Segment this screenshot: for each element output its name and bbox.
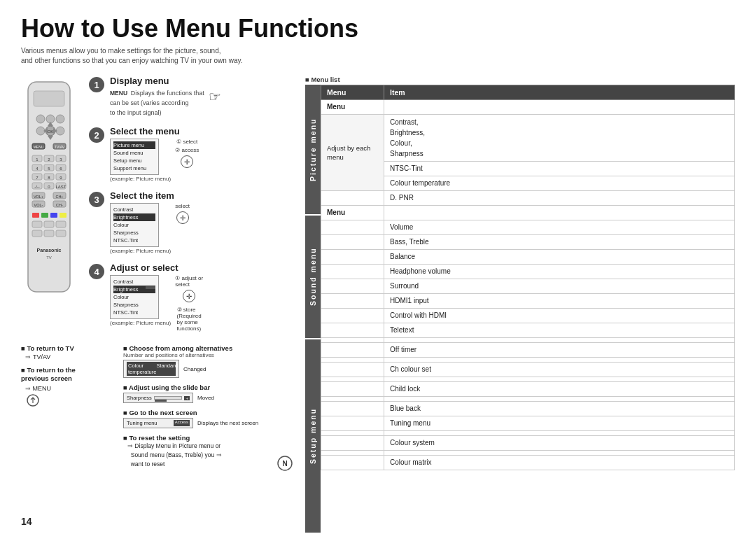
step-2-example: (example: Picture menu) — [110, 176, 171, 182]
table-row: Balance — [321, 250, 735, 265]
steps-list: 1 Display menu MENU Displays the functio… — [89, 76, 294, 340]
svg-text:N: N — [282, 460, 287, 468]
svg-text:TV/AV: TV/AV — [55, 145, 65, 149]
table-row: Child lock — [321, 382, 735, 397]
table-row — [321, 358, 735, 363]
step-4: 4 Adjust or select Contrast Brightness C… — [89, 262, 294, 332]
tip-next-heading: ■ Go to the next screen — [123, 409, 266, 416]
tip-reset-text: ⇒ Display Menu in Picture menu or Sound … — [127, 442, 266, 468]
section-label-picture: Picture menu — [305, 85, 321, 214]
tip-slide-heading: ■ Adjust using the slide bar — [123, 384, 266, 391]
section-label-sound: Sound menu — [305, 216, 321, 338]
step-2-title: Select the menu — [110, 126, 294, 136]
tip-alt-heading: ■ Choose from among alternatives — [123, 344, 266, 352]
svg-rect-51 — [50, 213, 57, 218]
tip-next-screen-box: Tuning menu Access — [123, 418, 193, 428]
tip-alternatives: ■ Choose from among alternatives Number … — [123, 344, 266, 378]
table-row — [321, 451, 735, 456]
step-4-example: (example: Picture menu) — [110, 320, 171, 326]
table-row: Bass, Treble — [321, 235, 735, 250]
step-4-arrow: ① adjust orselect ✛ ② store(Requiredby s… — [175, 275, 203, 332]
svg-text:Panasonic: Panasonic — [36, 248, 61, 253]
subtitle: Various menus allow you to make settings… — [21, 46, 735, 66]
svg-text:OK: OK — [48, 129, 54, 134]
svg-rect-57 — [44, 230, 54, 237]
step-3-example: (example: Picture menu) — [110, 248, 171, 254]
child-lock-item: Child lock — [384, 382, 735, 397]
bottom-tips: ■ To return to TV ⇒ TV/AV ■ To return to… — [21, 344, 294, 474]
tip-slide-screen: Sharpness + — [123, 393, 193, 403]
table-row: Adjust by each menu Contrast,Brightness,… — [321, 115, 735, 162]
tip-reset-heading: ■ To reset the setting — [123, 434, 266, 442]
return-prev-key: MENU — [33, 385, 52, 392]
step-3-title: Select the item — [110, 190, 294, 201]
svg-text:CH-: CH- — [56, 203, 63, 207]
svg-rect-49 — [32, 213, 39, 218]
svg-rect-50 — [41, 213, 48, 218]
svg-text:VOL-: VOL- — [34, 203, 43, 207]
table-row — [321, 338, 735, 343]
table-row: Ch colour set — [321, 363, 735, 377]
svg-rect-52 — [59, 213, 66, 218]
table-row: HDMI1 input — [321, 294, 735, 309]
return-prev-heading: ■ To return to theprevious screen — [21, 366, 112, 384]
svg-rect-54 — [44, 221, 54, 227]
table-row: Menu — [321, 100, 735, 115]
svg-text:VOL+: VOL+ — [34, 195, 43, 199]
step-1-title: Display menu — [110, 76, 294, 86]
tip-alt-changed: Changed — [183, 366, 206, 372]
table-row: Blue back — [321, 402, 735, 416]
step-4-title: Adjust or select — [110, 262, 294, 273]
return-tv-key: TV/AV — [33, 353, 50, 360]
return-tv-heading: ■ To return to TV — [21, 344, 112, 352]
step-1-number: 1 — [89, 77, 104, 92]
table-row: Volume — [321, 220, 735, 235]
table-row: Surround — [321, 279, 735, 294]
svg-point-2 — [36, 115, 45, 123]
right-column: ■ Menu list Picture menu Sound menu Setu… — [305, 76, 735, 533]
svg-text:MENU: MENU — [34, 145, 44, 149]
tip-alt-screen: Colour temperature Standard — [123, 360, 179, 378]
menu-list-label: ■ Menu list — [305, 76, 735, 83]
left-column: OK MENU TV/AV — [21, 76, 294, 533]
page-number: 14 — [21, 516, 32, 527]
step-2-number: 2 — [89, 127, 104, 143]
table-row: Headphone volume — [321, 265, 735, 279]
svg-rect-56 — [32, 230, 42, 237]
col-header-menu: Menu — [321, 85, 384, 100]
step-3-number: 3 — [89, 192, 104, 207]
step-1: 1 Display menu MENU Displays the functio… — [89, 76, 294, 118]
svg-rect-55 — [56, 221, 66, 227]
step-2: 2 Select the menu Picture menu Sound men… — [89, 126, 294, 182]
page-title: How to Use Menu Functions — [21, 14, 735, 43]
svg-point-4 — [56, 115, 64, 123]
blue-back-item: Blue back — [384, 402, 735, 416]
tip-slide: ■ Adjust using the slide bar Sharpness + — [123, 384, 266, 403]
table-row: Control with HDMI — [321, 309, 735, 323]
menu-table: Menu Item Menu Adjust by each menu Contr… — [321, 85, 735, 470]
table-row — [321, 431, 735, 436]
col-header-item: Item — [384, 85, 735, 100]
svg-rect-53 — [32, 221, 42, 227]
step-4-screen: Contrast Brightness Colour Sharpness NTS… — [110, 275, 159, 319]
table-row: Colour system — [321, 436, 735, 451]
tip-reset: ■ To reset the setting ⇒ Display Menu in… — [123, 434, 266, 468]
svg-text:CH+: CH+ — [55, 195, 63, 199]
tip-next-note: Displays the next screen — [197, 420, 258, 426]
step-4-number: 4 — [89, 264, 104, 279]
table-row: Teletext — [321, 323, 735, 338]
svg-rect-1 — [34, 91, 64, 106]
step-3-arrow: select ✛ — [175, 203, 190, 224]
tip-next-screen: ■ Go to the next screen Tuning menu Acce… — [123, 409, 266, 428]
table-row: Colour matrix — [321, 456, 735, 470]
svg-text:LAST: LAST — [55, 185, 66, 189]
step-3-screen: Contrast Brightness Colour Sharpness NTS… — [110, 203, 159, 247]
tip-slide-moved: Moved — [197, 395, 214, 401]
table-row: Menu — [321, 206, 735, 220]
table-row: Off timer — [321, 343, 735, 358]
hand-icon: ☞ — [209, 88, 221, 105]
table-row: Tuning menu — [321, 416, 735, 431]
step-2-arrow: ① select ② access ✛ — [175, 139, 199, 168]
svg-text:-/--: -/-- — [34, 185, 40, 189]
menu-key-label: MENU — [110, 90, 127, 97]
